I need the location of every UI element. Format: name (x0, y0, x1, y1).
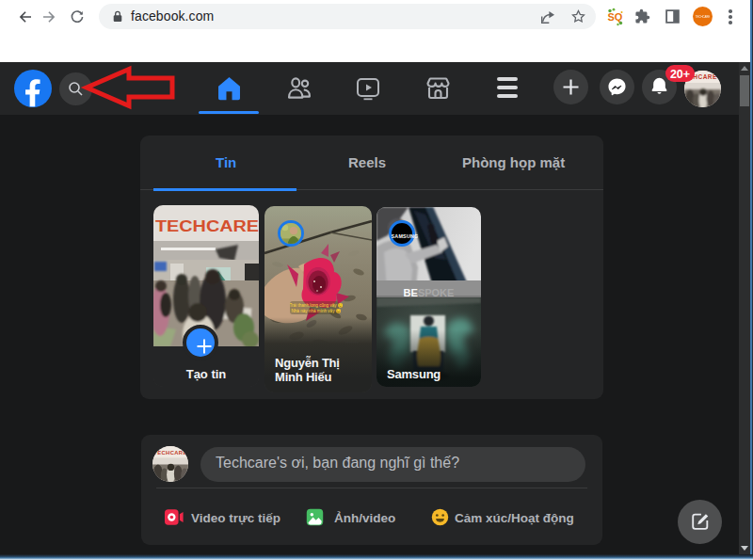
svg-text:TECHCARE: TECHCARE (696, 15, 711, 19)
svg-text:SQ: SQ (608, 11, 623, 23)
svg-text:TECHCARE: TECHCARE (153, 450, 187, 456)
svg-text:SAMSUNG: SAMSUNG (392, 233, 418, 239)
svg-text:Nhà này nhà mình vậy 😊: Nhà này nhà mình vậy 😊 (292, 308, 342, 314)
svg-text:TECHCARE: TECHCARE (155, 218, 259, 234)
svg-text:Trái thanh long cũng vậy 🙂: Trái thanh long cũng vậy 🙂 (290, 302, 343, 309)
